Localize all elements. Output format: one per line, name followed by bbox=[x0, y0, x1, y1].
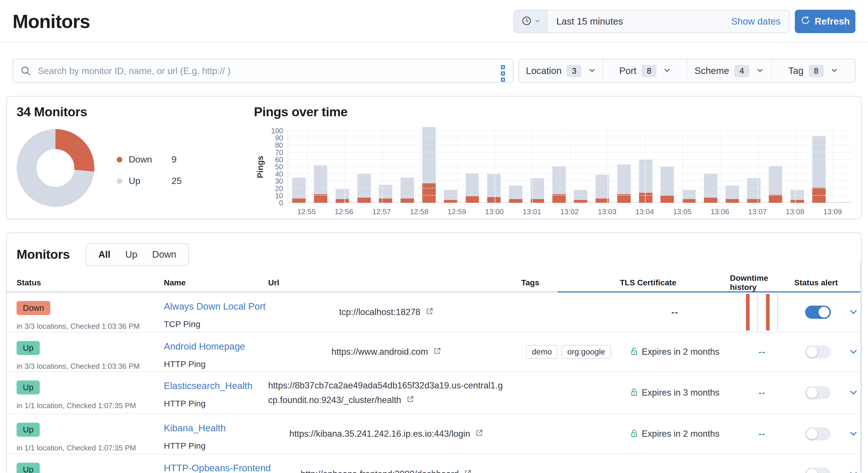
x-tick: 13:01 bbox=[513, 207, 551, 216]
tab-up[interactable]: Up bbox=[118, 249, 145, 260]
x-tick: 12:55 bbox=[288, 207, 325, 216]
y-tick: 40 bbox=[275, 170, 283, 178]
tab-down[interactable]: Down bbox=[145, 249, 184, 260]
bar-down-segment bbox=[444, 200, 458, 203]
downtime-empty: -- bbox=[758, 429, 766, 439]
pings-chart-section: Pings over time Pings 010203040506070809… bbox=[254, 105, 851, 211]
legend-item-down: Down 9 bbox=[117, 154, 182, 165]
kebab-menu-icon[interactable] bbox=[499, 63, 507, 83]
url-cell: https://kibana.35.241.242.16.ip.es.io:44… bbox=[268, 414, 521, 453]
bar-down-segment bbox=[574, 200, 587, 203]
status-cell: Up in 3/3 locations, Checked 1:07:38 PM bbox=[17, 454, 164, 473]
bar-down-segment bbox=[292, 199, 306, 203]
ping-bar bbox=[548, 166, 570, 203]
bar-down-segment bbox=[422, 183, 436, 203]
lock-icon bbox=[630, 347, 638, 357]
quick-select-button[interactable] bbox=[514, 10, 548, 33]
url-cell: tcp://localhost:18278 bbox=[268, 293, 521, 332]
show-dates-button[interactable]: Show dates bbox=[731, 16, 789, 27]
tab-all[interactable]: All bbox=[91, 249, 118, 260]
toggle-knob bbox=[807, 346, 817, 357]
donut-wrap: Down 9 Up 25 bbox=[17, 129, 254, 207]
status-alert-toggle[interactable] bbox=[805, 306, 831, 319]
filter-tag[interactable]: Tag 8 bbox=[771, 59, 855, 82]
monitor-url-link[interactable]: http://opbeans-frontend:3000/dashboard bbox=[301, 467, 489, 473]
table-row: Up in 1/1 location, Checked 1:07:35 PM K… bbox=[7, 414, 861, 454]
toggle-knob bbox=[807, 469, 817, 473]
ping-bar bbox=[440, 190, 461, 203]
expand-row-chevron[interactable] bbox=[846, 344, 861, 360]
toggle-knob bbox=[807, 387, 817, 398]
monitor-name-link[interactable]: Kibana_Health bbox=[164, 423, 226, 434]
expand-row-chevron[interactable] bbox=[846, 305, 861, 320]
bar-up-segment bbox=[379, 185, 392, 199]
legend-label: Down bbox=[129, 154, 172, 165]
downtime-empty: -- bbox=[758, 347, 766, 357]
table-row: Up in 3/3 locations, Checked 1:07:38 PM … bbox=[7, 454, 861, 473]
filter-location[interactable]: Location 3 bbox=[519, 59, 603, 82]
tls-cell: Expires in 2 months bbox=[620, 414, 730, 453]
monitor-url-link[interactable]: https://www.android.com bbox=[331, 344, 458, 359]
ping-bar bbox=[483, 174, 505, 203]
chart-plot-area bbox=[288, 131, 851, 203]
tag-chip[interactable]: org:google bbox=[561, 345, 611, 359]
name-cell: Kibana_Health HTTP Ping bbox=[164, 414, 268, 453]
tag-chip[interactable]: demo bbox=[526, 345, 558, 359]
ping-bar bbox=[418, 127, 440, 203]
monitor-name-link[interactable]: Elasticsearch_Health bbox=[164, 380, 252, 391]
tags-cell: demoorg:google bbox=[521, 333, 620, 371]
status-alert-toggle[interactable] bbox=[805, 427, 831, 440]
bar-up-segment bbox=[747, 178, 761, 199]
y-tick: 0 bbox=[279, 199, 283, 207]
x-tick: 13:08 bbox=[776, 207, 814, 216]
expand-row-chevron[interactable] bbox=[846, 467, 861, 473]
external-link-icon bbox=[426, 305, 433, 319]
monitor-name-link[interactable]: HTTP-Opbeans-Frontend bbox=[164, 463, 271, 473]
status-detail: in 1/1 location, Checked 1:07:35 PM bbox=[17, 444, 164, 452]
status-alert-toggle[interactable] bbox=[805, 345, 831, 359]
bar-down-segment bbox=[639, 193, 652, 203]
bar-down-segment bbox=[401, 199, 414, 203]
status-badge: Up bbox=[17, 463, 40, 473]
column-header-url: Url bbox=[268, 278, 521, 288]
search-input[interactable] bbox=[12, 59, 514, 83]
monitor-url-link[interactable]: https://kibana.35.241.242.16.ip.es.io:44… bbox=[289, 427, 500, 441]
status-alert-toggle[interactable] bbox=[805, 386, 831, 399]
status-alert-toggle[interactable] bbox=[805, 468, 831, 473]
chevron-down-icon bbox=[756, 67, 764, 75]
bar-up-segment bbox=[834, 202, 847, 203]
donut-legend: Down 9 Up 25 bbox=[117, 154, 182, 207]
monitor-name-link[interactable]: Android Homepage bbox=[164, 341, 245, 352]
time-range-value[interactable]: Last 15 minutes bbox=[548, 16, 731, 27]
external-link-icon bbox=[407, 393, 414, 407]
tls-cell: -- bbox=[620, 454, 730, 473]
status-alert-cell bbox=[794, 372, 841, 414]
status-detail: in 3/3 locations, Checked 1:03:36 PM bbox=[17, 322, 164, 331]
monitor-url-link[interactable]: tcp://localhost:18278 bbox=[339, 305, 450, 319]
chevron-down-icon bbox=[663, 67, 671, 75]
status-alert-cell bbox=[794, 333, 841, 371]
date-picker: Last 15 minutes Show dates bbox=[514, 10, 790, 33]
expand-row-chevron[interactable] bbox=[846, 427, 861, 442]
toggle-knob bbox=[818, 307, 829, 317]
expand-row-chevron[interactable] bbox=[846, 385, 861, 400]
monitor-type: TCP Ping bbox=[164, 319, 268, 329]
x-tick: 12:57 bbox=[363, 207, 400, 216]
tags-cell bbox=[521, 372, 620, 414]
scrollbar-track[interactable] bbox=[860, 262, 861, 472]
bar-down-segment bbox=[379, 199, 392, 203]
monitor-name-link[interactable]: Always Down Local Port bbox=[164, 301, 266, 312]
monitor-url-link[interactable]: https://8b37cb7ca2ae49ada54db165f32d3a19… bbox=[268, 378, 521, 407]
search-filter-row: Location 3 Port 8 Scheme 4 Tag 8 bbox=[12, 59, 856, 83]
y-tick: 50 bbox=[275, 163, 283, 171]
search-icon bbox=[20, 65, 31, 78]
status-cell: Up in 3/3 locations, Checked 1:03:36 PM bbox=[17, 333, 164, 371]
filter-port[interactable]: Port 8 bbox=[603, 59, 687, 82]
y-axis-label: Pings bbox=[254, 131, 267, 203]
column-header-tags: Tags bbox=[521, 278, 620, 288]
filter-scheme[interactable]: Scheme 4 bbox=[687, 59, 771, 82]
ping-bar bbox=[808, 136, 830, 203]
refresh-button[interactable]: Refresh bbox=[795, 10, 856, 33]
bar-up-segment bbox=[336, 189, 349, 199]
bar-up-segment bbox=[552, 166, 566, 194]
